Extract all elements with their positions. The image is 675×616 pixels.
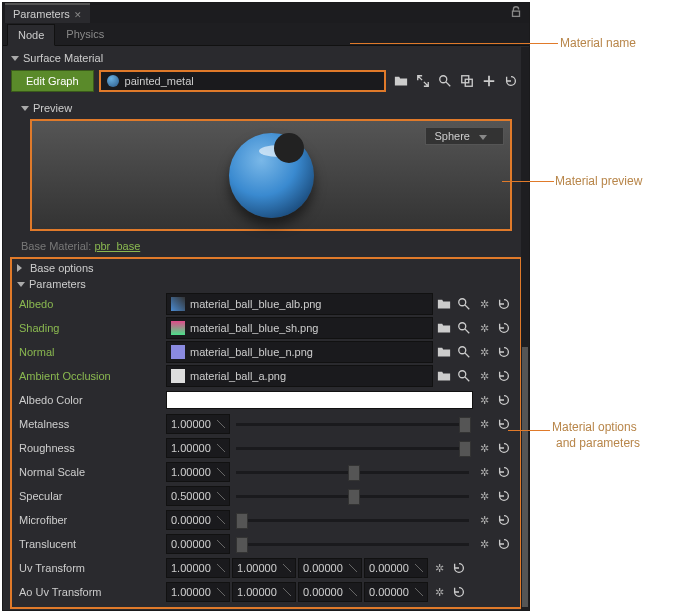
slider-thumb[interactable]: [348, 465, 360, 481]
translucent-slider[interactable]: [236, 536, 469, 552]
base-options-header[interactable]: Base options: [11, 260, 521, 276]
preview-shape-select[interactable]: Sphere: [425, 127, 504, 145]
reset-icon[interactable]: [495, 367, 513, 385]
material-preview: Sphere: [31, 120, 511, 230]
microfiber-value[interactable]: 0.00000: [166, 510, 230, 530]
slider-thumb[interactable]: [459, 417, 471, 433]
gear-icon[interactable]: ✲: [475, 295, 493, 313]
reset-icon[interactable]: [495, 535, 513, 553]
albedo-file: material_ball_blue_alb.png: [190, 298, 321, 310]
shading-field[interactable]: material_ball_blue_sh.png: [166, 317, 433, 339]
gear-icon[interactable]: ✲: [475, 463, 493, 481]
aouv-v3[interactable]: 0.00000: [364, 582, 428, 602]
parameters-header[interactable]: Parameters: [11, 276, 521, 292]
normal-scale-value[interactable]: 1.00000: [166, 462, 230, 482]
close-icon[interactable]: ✕: [74, 10, 82, 20]
albedo-color-label: Albedo Color: [19, 394, 164, 406]
search-icon[interactable]: [455, 343, 473, 361]
folder-icon[interactable]: [435, 343, 453, 361]
reset-icon[interactable]: [495, 391, 513, 409]
value-text: 1.00000: [237, 562, 277, 574]
gear-icon[interactable]: ✲: [430, 583, 448, 601]
albedo-field[interactable]: material_ball_blue_alb.png: [166, 293, 433, 315]
svg-point-1: [440, 76, 447, 83]
reset-icon[interactable]: [495, 319, 513, 337]
uv-v1[interactable]: 1.00000: [232, 558, 296, 578]
gear-icon[interactable]: ✲: [475, 415, 493, 433]
aouv-v0[interactable]: 1.00000: [166, 582, 230, 602]
material-icon: [107, 75, 119, 87]
lock-icon[interactable]: [509, 5, 523, 21]
reset-icon[interactable]: [495, 295, 513, 313]
folder-icon[interactable]: [435, 319, 453, 337]
annotation-line: [350, 43, 558, 44]
reset-icon[interactable]: [495, 487, 513, 505]
slider-thumb[interactable]: [236, 537, 248, 553]
gear-icon[interactable]: ✲: [475, 319, 493, 337]
panel-title-tab[interactable]: Parameters✕: [5, 3, 90, 23]
gear-icon[interactable]: ✲: [475, 391, 493, 409]
diag-icon: [217, 564, 225, 572]
metalness-slider[interactable]: [236, 416, 469, 432]
gear-icon[interactable]: ✲: [475, 487, 493, 505]
search-icon[interactable]: [455, 367, 473, 385]
folder-icon[interactable]: [391, 71, 411, 91]
gear-icon[interactable]: ✲: [475, 535, 493, 553]
aouv-v2[interactable]: 0.00000: [298, 582, 362, 602]
translucent-value[interactable]: 0.00000: [166, 534, 230, 554]
preview-header[interactable]: Preview: [11, 100, 521, 116]
material-name-field[interactable]: painted_metal: [100, 71, 385, 91]
reset-icon[interactable]: [495, 343, 513, 361]
reset-icon[interactable]: [495, 511, 513, 529]
base-material-link[interactable]: pbr_base: [94, 240, 140, 252]
annotation-material-options: Material options: [552, 420, 637, 434]
normal-scale-slider[interactable]: [236, 464, 469, 480]
specular-value[interactable]: 0.50000: [166, 486, 230, 506]
roughness-slider[interactable]: [236, 440, 469, 456]
surface-material-header[interactable]: Surface Material: [11, 50, 521, 66]
specular-label: Specular: [19, 490, 164, 502]
slider-thumb[interactable]: [348, 489, 360, 505]
scrollbar-thumb[interactable]: [522, 347, 528, 607]
gear-icon[interactable]: ✲: [475, 511, 493, 529]
microfiber-slider[interactable]: [236, 512, 469, 528]
search-icon[interactable]: [455, 319, 473, 337]
specular-slider[interactable]: [236, 488, 469, 504]
reset-icon[interactable]: [495, 439, 513, 457]
search-icon[interactable]: [435, 71, 455, 91]
slider-thumb[interactable]: [236, 513, 248, 529]
ao-field[interactable]: material_ball_a.png: [166, 365, 433, 387]
reset-icon[interactable]: [450, 559, 468, 577]
metalness-value[interactable]: 1.00000: [166, 414, 230, 434]
search-icon[interactable]: [455, 295, 473, 313]
tab-node[interactable]: Node: [7, 24, 55, 46]
albedo-color-field[interactable]: [166, 391, 473, 409]
reset-icon[interactable]: [495, 463, 513, 481]
normal-field[interactable]: material_ball_blue_n.png: [166, 341, 433, 363]
gear-icon[interactable]: ✲: [475, 343, 493, 361]
tab-physics[interactable]: Physics: [55, 23, 115, 45]
svg-point-7: [459, 371, 466, 378]
folder-icon[interactable]: [435, 295, 453, 313]
gear-icon[interactable]: ✲: [475, 367, 493, 385]
add-icon[interactable]: [479, 71, 499, 91]
uv-v0[interactable]: 1.00000: [166, 558, 230, 578]
slider-thumb[interactable]: [459, 441, 471, 457]
folder-icon[interactable]: [435, 367, 453, 385]
reset-icon[interactable]: [450, 583, 468, 601]
uv-v3[interactable]: 0.00000: [364, 558, 428, 578]
roughness-value[interactable]: 1.00000: [166, 438, 230, 458]
clone-icon[interactable]: [457, 71, 477, 91]
gear-icon[interactable]: ✲: [475, 439, 493, 457]
reset-icon[interactable]: [501, 71, 521, 91]
ao-label: Ambient Occlusion: [19, 370, 164, 382]
uv-v2[interactable]: 0.00000: [298, 558, 362, 578]
scrollbar[interactable]: [521, 47, 529, 610]
edit-graph-button[interactable]: Edit Graph: [11, 70, 94, 92]
diag-icon: [217, 468, 225, 476]
annotation-and-parameters: and parameters: [556, 436, 640, 450]
diag-icon: [217, 420, 225, 428]
aouv-v1[interactable]: 1.00000: [232, 582, 296, 602]
expand-arrows-icon[interactable]: [413, 71, 433, 91]
gear-icon[interactable]: ✲: [430, 559, 448, 577]
